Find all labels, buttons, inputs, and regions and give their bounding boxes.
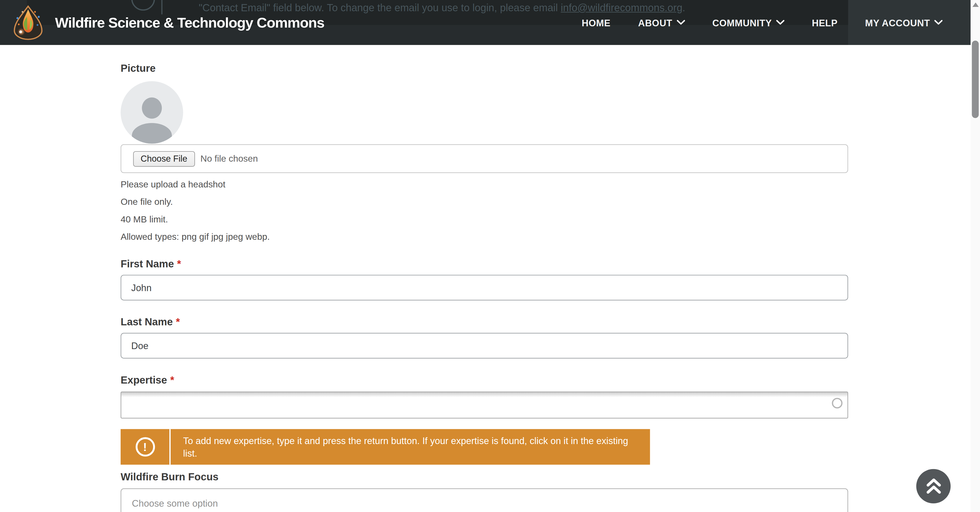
chevron-down-icon (934, 20, 942, 25)
choose-file-button[interactable]: Choose File (133, 151, 195, 166)
burn-focus-label: Wildfire Burn Focus (121, 472, 848, 482)
nav-home-label: HOME (582, 17, 611, 28)
notice-text: To add new expertise, type it and press … (171, 434, 650, 460)
scrollbar-thumb[interactable] (972, 41, 979, 118)
nav-item-community[interactable]: COMMUNITY (713, 17, 784, 28)
first-name-field[interactable] (121, 275, 848, 300)
last-name-label-text: Last Name (121, 316, 173, 327)
chevron-down-icon (776, 20, 784, 25)
nav-item-about[interactable]: ABOUT (638, 17, 685, 28)
nav-item-home[interactable]: HOME (582, 17, 611, 28)
first-name-label: First Name* (121, 259, 848, 269)
avatar-placeholder (121, 81, 183, 144)
scrollbar-up-arrow[interactable] (972, 3, 978, 7)
first-name-label-text: First Name (121, 258, 174, 269)
help-line: One file only. (121, 193, 848, 211)
nav-item-my-account[interactable]: MY ACCOUNT (865, 17, 942, 28)
help-line: 40 MB limit. (121, 211, 848, 228)
required-marker: * (170, 374, 174, 385)
expertise-notice-banner: ! To add new expertise, type it and pres… (121, 429, 650, 464)
profile-form: Picture Choose File No file chosen Pleas… (0, 45, 970, 512)
avatar-shoulders-shape (132, 123, 172, 144)
main-nav: HOME ABOUT COMMUNITY HELP MY ACCOUNT (582, 0, 942, 45)
expertise-tag-input[interactable] (121, 392, 848, 418)
nav-item-help[interactable]: HELP (812, 17, 838, 28)
site-title[interactable]: Wildfire Science & Technology Commons (55, 0, 324, 45)
nav-help-label: HELP (812, 17, 838, 28)
page: "Contact Email" field below. To change t… (0, 0, 980, 512)
nav-about-label: ABOUT (638, 17, 672, 28)
picture-file-input[interactable]: Choose File No file chosen (121, 144, 848, 173)
required-marker: * (176, 316, 180, 327)
picture-help-text: Please upload a headshot One file only. … (121, 176, 848, 246)
picture-label: Picture (121, 63, 848, 74)
double-chevron-up-icon (923, 476, 944, 497)
burn-focus-select[interactable] (121, 488, 848, 512)
avatar-head-shape (142, 98, 162, 119)
expertise-label: Expertise* (121, 375, 848, 385)
file-chosen-status: No file chosen (200, 154, 258, 164)
last-name-field[interactable] (121, 333, 848, 358)
site-logo-flame-icon[interactable] (10, 4, 46, 41)
loading-ring-icon (832, 398, 843, 409)
nav-my-account-label: MY ACCOUNT (865, 17, 930, 28)
site-header: "Contact Email" field below. To change t… (0, 0, 970, 45)
help-line: Please upload a headshot (121, 176, 848, 193)
scroll-to-top-button[interactable] (916, 469, 951, 504)
chevron-down-icon (677, 20, 685, 25)
required-marker: * (177, 258, 181, 269)
expertise-field[interactable] (126, 397, 816, 415)
help-line: Allowed types: png gif jpg jpeg webp. (121, 228, 848, 246)
exclamation-icon: ! (135, 437, 155, 457)
notice-icon-column: ! (121, 429, 171, 464)
nav-community-label: COMMUNITY (713, 17, 772, 28)
last-name-label: Last Name* (121, 317, 848, 327)
expertise-label-text: Expertise (121, 374, 167, 385)
page-scrollbar[interactable] (970, 0, 980, 512)
